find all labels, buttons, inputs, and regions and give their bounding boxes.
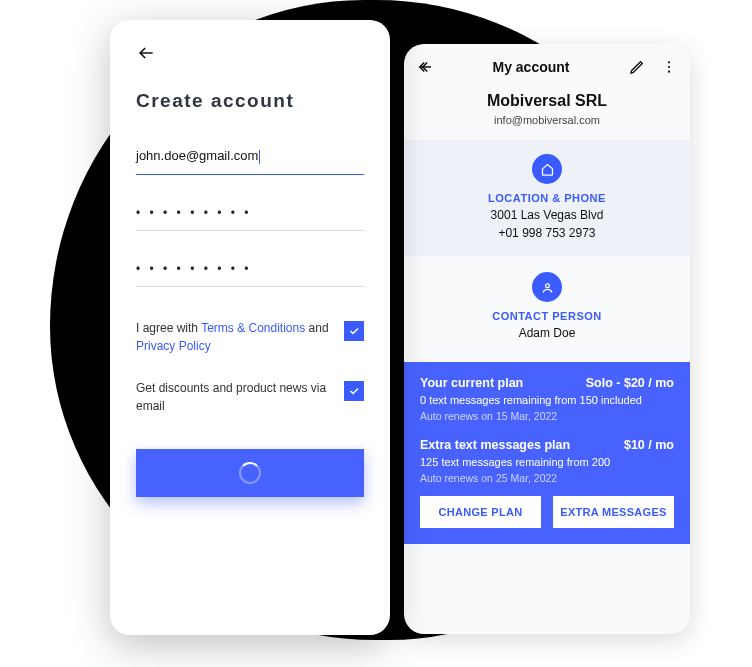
contact-name: Adam Doe (404, 326, 690, 340)
page-title: Create account (136, 90, 364, 112)
home-icon (532, 154, 562, 184)
marketing-checkbox[interactable] (344, 381, 364, 401)
plan1-title: Your current plan (420, 376, 523, 390)
account-screen: My account Mobiversal SRL info@mobiversa… (404, 44, 690, 634)
privacy-link[interactable]: Privacy Policy (136, 339, 211, 353)
plans-block: Your current plan Solo - $20 / mo 0 text… (404, 362, 690, 544)
location-block: LOCATION & PHONE 3001 Las Vegas Blvd +01… (404, 140, 690, 256)
loading-spinner-icon (239, 462, 261, 484)
edit-icon[interactable] (628, 58, 646, 76)
address-text: 3001 Las Vegas Blvd (404, 208, 690, 222)
plan2-title: Extra text messages plan (420, 438, 570, 452)
plan2-sub: 125 text messages remaining from 200 (420, 456, 674, 468)
svg-point-1 (668, 66, 670, 68)
contact-block: CONTACT PERSON Adam Doe (404, 256, 690, 362)
terms-mid: and (305, 321, 328, 335)
marketing-consent-text: Get discounts and product news via email (136, 379, 332, 415)
account-topbar: My account (404, 44, 690, 86)
company-block: Mobiversal SRL info@mobiversal.com (404, 92, 690, 126)
contact-label: CONTACT PERSON (404, 310, 690, 322)
terms-link[interactable]: Terms & Conditions (201, 321, 305, 335)
terms-consent-text: I agree with Terms & Conditions and Priv… (136, 319, 332, 355)
password-field[interactable]: • • • • • • • • • (136, 197, 364, 231)
submit-button[interactable] (136, 449, 364, 497)
back-arrow-icon[interactable] (416, 58, 434, 76)
text-cursor (259, 150, 260, 164)
back-arrow-icon[interactable] (136, 42, 158, 64)
plan2-price: $10 / mo (624, 438, 674, 452)
extra-messages-button[interactable]: EXTRA MESSAGES (553, 496, 674, 528)
plan2-renew: Auto renews on 25 Mar, 2022 (420, 472, 674, 484)
confirm-password-field[interactable]: • • • • • • • • • (136, 253, 364, 287)
email-field[interactable]: john.doe@gmail.com (136, 140, 364, 175)
plan1-sub: 0 text messages remaining from 150 inclu… (420, 394, 674, 406)
company-name: Mobiversal SRL (404, 92, 690, 110)
company-email: info@mobiversal.com (404, 114, 690, 126)
phone-text: +01 998 753 2973 (404, 226, 690, 240)
confirm-password-mask: • • • • • • • • • (136, 262, 251, 276)
more-icon[interactable] (660, 58, 678, 76)
terms-consent-row: I agree with Terms & Conditions and Priv… (136, 319, 364, 355)
create-account-screen: Create account john.doe@gmail.com • • • … (110, 20, 390, 635)
person-icon (532, 272, 562, 302)
marketing-consent-row: Get discounts and product news via email (136, 379, 364, 415)
account-title: My account (492, 59, 569, 75)
plan1-renew: Auto renews on 15 Mar, 2022 (420, 410, 674, 422)
terms-checkbox[interactable] (344, 321, 364, 341)
svg-point-0 (668, 61, 670, 63)
svg-point-3 (545, 283, 549, 287)
change-plan-button[interactable]: CHANGE PLAN (420, 496, 541, 528)
email-value: john.doe@gmail.com (136, 148, 258, 163)
plan1-price: Solo - $20 / mo (586, 376, 674, 390)
password-mask: • • • • • • • • • (136, 206, 251, 220)
location-label: LOCATION & PHONE (404, 192, 690, 204)
svg-point-2 (668, 71, 670, 73)
terms-prefix: I agree with (136, 321, 201, 335)
